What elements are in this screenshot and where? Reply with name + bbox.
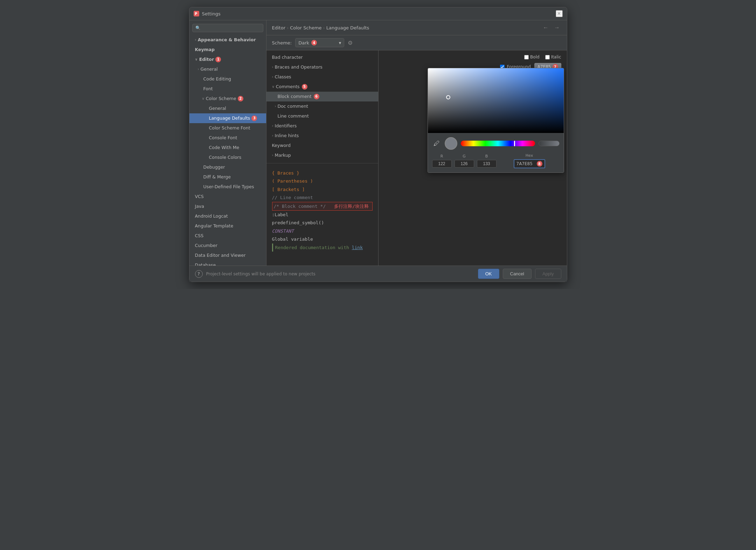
hex-channel: Hex 7A7E85 8 [499, 153, 560, 168]
preview-line-parens: ( Parentheses ) [272, 177, 373, 185]
sidebar-item-label: Color Scheme Font [209, 125, 250, 132]
eyedropper-button[interactable]: 🖊 [432, 139, 441, 149]
b-input[interactable] [477, 160, 497, 168]
italic-checkbox[interactable] [545, 55, 550, 59]
block-comment-badge: 6 [314, 94, 319, 99]
sidebar-item-cs-general[interactable]: General [189, 104, 266, 113]
sidebar-item-code-editing[interactable]: Code Editing [189, 74, 266, 84]
app-icon: P [194, 11, 199, 16]
b-channel: B [477, 154, 497, 168]
forward-button[interactable]: → [553, 24, 561, 31]
sidebar-item-css[interactable]: CSS [189, 231, 266, 241]
sidebar-item-label: CSS [195, 232, 204, 239]
sidebar-item-editor[interactable]: ∨ Editor 1 [189, 55, 266, 64]
alpha-slider[interactable] [539, 141, 560, 146]
sidebar-item-appearance[interactable]: › Appearance & Behavior [189, 35, 266, 45]
list-item-bad-char[interactable]: Bad character [266, 52, 378, 62]
back-button[interactable]: ← [542, 24, 550, 31]
list-item-label: Bad character [272, 54, 303, 61]
sidebar-item-label: User-Defined File Types [203, 183, 254, 190]
sidebar-item-data-editor[interactable]: Data Editor and Viewer [189, 251, 266, 260]
chevron-down-icon: ∨ [202, 96, 204, 101]
search-input[interactable] [202, 26, 260, 30]
chevron-right-icon: › [272, 123, 273, 129]
sidebar-item-code-with-me[interactable]: Code With Me [189, 143, 266, 153]
list-item-label: Line comment [278, 113, 309, 120]
list-item-line-comment[interactable]: Line comment [266, 111, 378, 121]
list-item-inline-hints[interactable]: › Inline hints [266, 131, 378, 141]
preview-brackets-text: [ Brackets ] [272, 185, 305, 193]
sidebar-item-label: VCS [195, 193, 204, 200]
sidebar-item-label: Database [195, 262, 216, 266]
settings-dialog: P Settings × 🔍 › Appearance & Behavior K… [189, 7, 567, 282]
close-button[interactable]: × [556, 10, 563, 17]
content-area: 🔍 › Appearance & Behavior Keymap ∨ Edito… [189, 20, 567, 266]
list-item-identifiers[interactable]: › Identifiers [266, 121, 378, 131]
scheme-dropdown[interactable]: Dark 4 ▾ [295, 38, 344, 47]
sidebar-item-angular[interactable]: Angular Template [189, 221, 266, 231]
sidebar-item-cucumber[interactable]: Cucumber [189, 241, 266, 251]
cancel-button[interactable]: Cancel [503, 269, 532, 279]
sidebar-item-general[interactable]: › General [189, 64, 266, 74]
sidebar-item-console-font[interactable]: Console Font [189, 133, 266, 143]
sidebar-item-label: Code With Me [209, 144, 240, 151]
apply-button[interactable]: Apply [535, 269, 561, 279]
sidebar-item-debugger[interactable]: Debugger [189, 162, 266, 172]
sidebar-item-font[interactable]: Font [189, 84, 266, 94]
list-item-classes[interactable]: › Classes [266, 72, 378, 82]
breadcrumb-nav: ← → [542, 24, 561, 31]
list-item-label: Keyword [272, 142, 291, 149]
cs-badge: 2 [238, 96, 243, 101]
dropdown-arrow-icon: ▾ [339, 40, 341, 45]
g-input[interactable] [455, 160, 474, 168]
bold-checkbox[interactable] [524, 55, 529, 59]
sidebar-item-database[interactable]: Database [189, 260, 266, 266]
sidebar-item-android-logcat[interactable]: Android Logcat [189, 211, 266, 221]
help-button[interactable]: ? [195, 270, 203, 278]
bottom-hint: Project-level settings will be applied t… [206, 272, 474, 276]
list-item-block-comment[interactable]: Block comment 6 [266, 92, 378, 101]
list-item-braces-ops[interactable]: › Braces and Operators [266, 62, 378, 72]
preview-line-global-var: Global variable [272, 235, 373, 243]
sidebar-item-java[interactable]: Java [189, 202, 266, 211]
list-item-keyword[interactable]: Keyword [266, 141, 378, 150]
sidebar-item-label: Keymap [195, 46, 215, 53]
sidebar-item-cs-font[interactable]: Color Scheme Font [189, 123, 266, 133]
list-item-label: Identifiers [275, 122, 297, 129]
sidebar-item-label: Data Editor and Viewer [195, 252, 246, 259]
breadcrumb-bar: Editor › Color Scheme › Language Default… [266, 20, 567, 35]
r-label: R [441, 154, 443, 158]
list-item-doc-comment[interactable]: › Doc comment [266, 101, 378, 111]
r-channel: R [432, 154, 452, 168]
hex-badge: 8 [537, 161, 542, 167]
gear-button[interactable]: ⚙ [348, 40, 353, 46]
sidebar-item-console-colors[interactable]: Console Colors [189, 153, 266, 162]
bold-checkbox-label[interactable]: Bold [524, 55, 540, 59]
title-bar: P Settings × [189, 7, 567, 20]
opacity-swatch [445, 137, 457, 150]
chevron-down-icon: ∨ [272, 84, 275, 90]
hue-slider[interactable] [461, 141, 535, 146]
color-gradient[interactable] [428, 68, 564, 133]
preview-parens-text: ( Parentheses ) [272, 177, 313, 185]
sidebar-item-vcs[interactable]: VCS [189, 192, 266, 202]
list-item-markup[interactable]: › Markup [266, 150, 378, 160]
scheme-bar: Scheme: Dark 4 ▾ ⚙ [266, 35, 567, 50]
italic-checkbox-label[interactable]: Italic [545, 55, 561, 59]
sidebar-item-keymap[interactable]: Keymap [189, 45, 266, 55]
sidebar-item-color-scheme[interactable]: ∨ Color Scheme 2 [189, 94, 266, 104]
sidebar-item-label: Editor [199, 56, 214, 63]
list-item-comments[interactable]: ∨ Comments 5 [266, 82, 378, 92]
preview-global-var-text: Global variable [272, 235, 313, 243]
r-input[interactable] [432, 160, 452, 168]
ok-button[interactable]: OK [478, 269, 499, 279]
hex-input-container[interactable]: 7A7E85 8 [514, 159, 545, 168]
sidebar-item-diff-merge[interactable]: Diff & Merge [189, 172, 266, 182]
sidebar-item-language-defaults[interactable]: Language Defaults 3 [189, 113, 266, 123]
search-box[interactable]: 🔍 [192, 24, 263, 32]
gradient-canvas[interactable] [428, 68, 564, 133]
sidebar-item-user-defined[interactable]: User-Defined File Types [189, 182, 266, 192]
split-panel: Bad character › Braces and Operators › C… [266, 50, 567, 266]
scheme-label: Scheme: [272, 40, 292, 45]
props-panel: Bold Italic Foreground [379, 50, 567, 266]
